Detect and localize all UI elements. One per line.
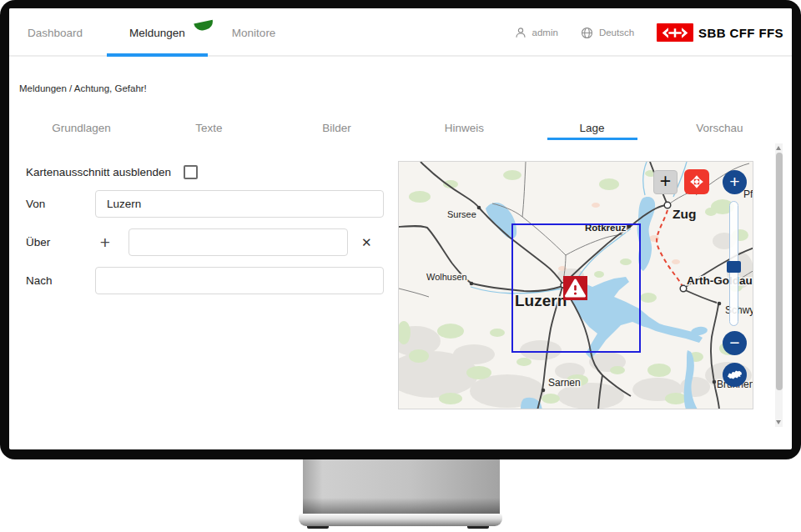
expand-map-button[interactable]: + bbox=[653, 170, 678, 194]
monitor-stand bbox=[303, 459, 500, 514]
active-nav-underline bbox=[107, 53, 208, 57]
hide-map-label: Kartenausschnitt ausblenden bbox=[26, 166, 171, 178]
tab-grundlagen[interactable]: Grundlagen bbox=[18, 115, 145, 140]
user-name: admin bbox=[532, 28, 558, 38]
language-label: Deutsch bbox=[599, 28, 634, 38]
map-canvas: Sursee Wolhusen Rotkreuz Zug Luzern Arth… bbox=[399, 162, 753, 409]
page-scrollbar[interactable] bbox=[775, 143, 783, 427]
map-label-pf: Pf bbox=[743, 188, 753, 200]
notification-badge-icon bbox=[194, 20, 214, 33]
breadcrumb[interactable]: Meldungen / Achtung, Gefahr! bbox=[19, 83, 147, 93]
map-label-zug: Zug bbox=[673, 207, 696, 221]
user-icon bbox=[515, 27, 526, 38]
zoom-slider-handle[interactable] bbox=[727, 261, 741, 273]
nav-item-label: Dashboard bbox=[28, 27, 83, 39]
tab-hinweis[interactable]: Hinweis bbox=[400, 115, 528, 140]
zoom-out-button[interactable]: − bbox=[723, 331, 747, 355]
app-header: Dashboard Meldungen Monitore adm bbox=[9, 8, 792, 57]
nach-input[interactable] bbox=[95, 267, 384, 294]
ueber-input[interactable] bbox=[128, 228, 348, 256]
tab-label: Texte bbox=[195, 122, 222, 134]
von-row: Von bbox=[26, 190, 384, 218]
main-nav: Dashboard Meldungen Monitore bbox=[28, 8, 275, 57]
header-right: admin Deutsch bbox=[515, 8, 783, 57]
brand-name: SBB CFF FFS bbox=[698, 26, 783, 40]
nach-row: Nach bbox=[26, 267, 384, 294]
hide-map-row: Kartenausschnitt ausblenden bbox=[26, 164, 198, 179]
pan-mode-button[interactable] bbox=[684, 169, 709, 194]
map-label-wolhusen: Wolhusen bbox=[426, 272, 467, 282]
switzerland-icon bbox=[727, 369, 743, 380]
tab-vorschau[interactable]: Vorschau bbox=[656, 115, 783, 140]
hide-map-checkbox[interactable] bbox=[184, 165, 198, 179]
tab-texte[interactable]: Texte bbox=[145, 115, 273, 140]
globe-icon bbox=[581, 27, 593, 39]
move-arrows-icon bbox=[689, 174, 704, 189]
nav-item-monitore[interactable]: Monitore bbox=[232, 8, 276, 57]
map-label-luzern: Luzern bbox=[515, 292, 567, 309]
tab-label: Lage bbox=[579, 122, 604, 134]
add-via-button[interactable]: + bbox=[95, 234, 115, 251]
ueber-label: Über bbox=[26, 236, 95, 248]
nav-item-label: Monitore bbox=[232, 27, 276, 39]
map-label-sursee: Sursee bbox=[447, 209, 476, 219]
monitor-bezel: Dashboard Meldungen Monitore adm bbox=[0, 0, 801, 459]
active-tab-underline bbox=[547, 138, 637, 140]
ueber-row: Über + ✕ bbox=[26, 228, 372, 256]
tab-label: Grundlagen bbox=[52, 122, 111, 134]
zoom-in-button[interactable]: + bbox=[723, 170, 747, 194]
clear-via-button[interactable]: ✕ bbox=[361, 235, 372, 250]
tab-label: Bilder bbox=[322, 122, 351, 134]
warning-marker[interactable] bbox=[563, 276, 587, 300]
nav-item-meldungen[interactable]: Meldungen bbox=[129, 8, 185, 57]
tab-bar: Grundlagen Texte Bilder Hinweis Lage Vor… bbox=[18, 115, 783, 140]
reset-extent-button[interactable] bbox=[723, 363, 747, 387]
map-label-arth-goldau: Arth-Goldau bbox=[687, 274, 753, 287]
scrollbar-thumb[interactable] bbox=[776, 153, 783, 390]
language-menu[interactable]: Deutsch bbox=[581, 27, 634, 39]
scrollbar-down-icon[interactable] bbox=[776, 420, 781, 424]
tab-bilder[interactable]: Bilder bbox=[273, 115, 400, 140]
tab-label: Hinweis bbox=[445, 122, 484, 134]
user-menu[interactable]: admin bbox=[515, 27, 558, 38]
map[interactable]: Sursee Wolhusen Rotkreuz Zug Luzern Arth… bbox=[398, 161, 753, 409]
von-input[interactable] bbox=[95, 190, 384, 218]
nach-label: Nach bbox=[26, 274, 95, 287]
von-label: Von bbox=[26, 198, 95, 210]
scrollbar-up-icon[interactable] bbox=[776, 146, 781, 150]
tab-label: Vorschau bbox=[696, 122, 743, 134]
tab-lage[interactable]: Lage bbox=[528, 115, 656, 140]
screen: Dashboard Meldungen Monitore adm bbox=[9, 8, 792, 449]
brand: SBB CFF FFS bbox=[657, 23, 783, 42]
nav-item-dashboard[interactable]: Dashboard bbox=[28, 8, 83, 57]
sbb-logo-icon bbox=[657, 23, 693, 42]
monitor-base bbox=[299, 514, 502, 526]
nav-item-label: Meldungen bbox=[129, 27, 185, 39]
map-label-sarnen: Sarnen bbox=[548, 377, 581, 389]
